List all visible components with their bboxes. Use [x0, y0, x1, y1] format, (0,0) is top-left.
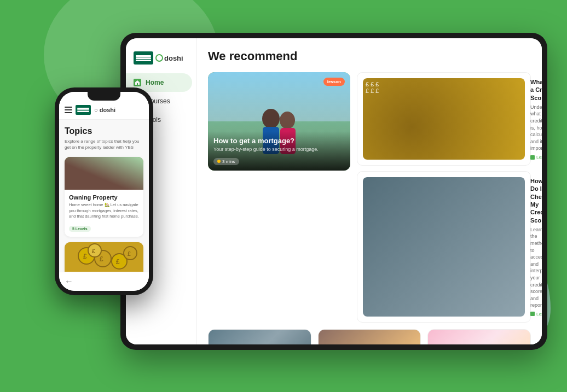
svg-text:£: £ [100, 255, 103, 263]
doshi-logo: doshi [155, 54, 183, 62]
lesson-tag-icon [530, 155, 535, 160]
hero-time-badge: 3 mins [213, 158, 239, 165]
side-card-2-title: How Do I Check My Credit Score? [530, 177, 542, 224]
check-credit-image [363, 177, 525, 317]
svg-text:£: £ [92, 248, 95, 254]
bottom-card-3[interactable]: Things to look for when buying a home Ex… [427, 329, 531, 344]
bottom-card-2[interactable]: Buying vs. Renting Deciding to Buy or Re… [318, 329, 421, 344]
hero-title: How to get a mortgage? [213, 137, 345, 145]
bottom-card-1[interactable]: When is the right time to buy a home? Ex… [208, 329, 311, 344]
buy-home-image [209, 330, 311, 344]
back-arrow-icon: ← [65, 277, 73, 286]
hero-text-overlay: How to get a mortgage? Your step-by-step… [208, 131, 350, 171]
page-title: We recommend [208, 49, 531, 63]
phone-back-button[interactable]: ← [59, 272, 149, 291]
bottom-cards-row: When is the right time to buy a home? Ex… [208, 329, 531, 344]
phone-topic-card-owning-property[interactable]: Owning Property Home sweet home 🏡 Let us… [65, 157, 143, 237]
phone-content: Topics Explore a range of topics that he… [59, 120, 149, 272]
phone-topic-card-owning-body: Owning Property Home sweet home 🏡 Let us… [65, 190, 143, 237]
sidebar-home-label: Home [146, 79, 164, 86]
doshi-circle-icon [155, 54, 163, 62]
tablet-main-content: We recommend [197, 38, 542, 344]
svg-text:£: £ [116, 258, 120, 266]
home-icon [134, 79, 141, 86]
hero-section: lesson How to get a mortgage? Your step-… [208, 72, 531, 323]
side-card-2[interactable]: How Do I Check My Credit Score? Learn th… [357, 171, 531, 323]
svg-rect-12 [92, 173, 108, 184]
tablet-device: doshi Home Courses Tools [120, 33, 547, 350]
hero-card[interactable]: lesson How to get a mortgage? Your step-… [208, 72, 350, 171]
phone-doshi-logo: ○ doshi [94, 107, 115, 113]
credit-score-illustration: £ £ £ £ £ [65, 242, 143, 272]
tablet-logo: doshi [126, 47, 196, 73]
svg-rect-9 [65, 157, 143, 190]
phone-device: ○ doshi Topics Explore a range of topics… [55, 87, 153, 295]
side-cards-container: What is a Credit Score? Understand what … [357, 72, 531, 323]
buy-rent-image [319, 330, 421, 344]
side-card-1[interactable]: What is a Credit Score? Understand what … [357, 72, 531, 166]
phone-notch [88, 92, 120, 101]
owning-property-illustration [65, 157, 143, 190]
phone-topics-desc: Explore a range of topics that help you … [65, 138, 143, 150]
side-card-1-title: What is a Credit Score? [530, 78, 542, 102]
lesson-badge: lesson [323, 78, 345, 86]
credit-score-phone-image: £ £ £ £ £ [65, 242, 143, 272]
phone-ybs-logo [76, 105, 91, 115]
svg-marker-11 [89, 165, 111, 173]
svg-point-15 [113, 167, 122, 178]
hero-time: 3 mins [222, 159, 235, 164]
side-card-2-tag: Lesson [530, 312, 542, 317]
time-dot-icon [217, 160, 221, 163]
owning-property-image [65, 157, 143, 190]
svg-rect-10 [65, 173, 143, 190]
side-card-2-desc: Learn the methods to access and interpre… [530, 226, 542, 309]
svg-rect-14 [117, 173, 119, 182]
lesson-tag-2-icon [530, 312, 535, 316]
side-card-1-tag: Lesson [530, 155, 542, 160]
side-card-1-desc: Understand what a credit score is, how i… [530, 104, 542, 152]
phone-topics-title: Topics [65, 126, 143, 136]
ybs-logo [134, 51, 153, 65]
hero-subtitle: Your step-by-step guide to securing a mo… [213, 147, 345, 152]
look-home-image [428, 330, 530, 344]
phone-owning-title: Owning Property [69, 194, 139, 201]
phone-owning-desc: Home sweet home 🏡 Let us navigate you th… [69, 202, 139, 220]
levels-badge: 5 Levels [69, 226, 91, 232]
svg-text:£: £ [128, 250, 131, 257]
hamburger-menu-button[interactable] [65, 107, 72, 113]
svg-text:£: £ [83, 253, 87, 260]
side-card-2-content: How Do I Check My Credit Score? Learn th… [530, 177, 542, 317]
tablet-screen: doshi Home Courses Tools [126, 38, 542, 344]
side-card-1-content: What is a Credit Score? Understand what … [530, 78, 542, 160]
phone-topic-card-credit-score[interactable]: £ £ £ £ £ Credit Score Demystifying the … [65, 242, 143, 272]
phone-screen: ○ doshi Topics Explore a range of topics… [59, 92, 149, 291]
svg-rect-13 [97, 178, 103, 184]
credit-score-image [363, 78, 525, 160]
